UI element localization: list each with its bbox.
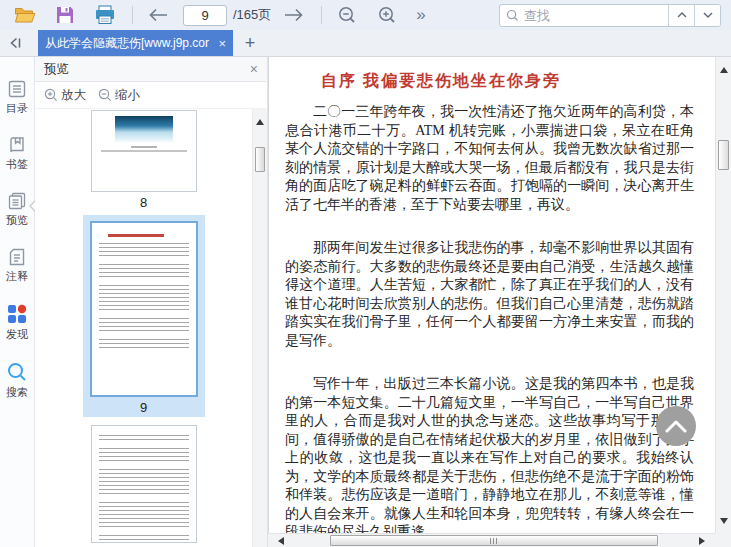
sidebar-item-label: 搜索 (6, 385, 28, 400)
workspace: 目录 书签 预览 (0, 57, 731, 547)
zoom-out-button[interactable] (332, 2, 362, 28)
zoom-out-circle-icon (98, 88, 112, 102)
chevron-up-icon (665, 419, 687, 433)
sidebar-item-search[interactable]: 搜索 (0, 361, 34, 400)
vertical-scrollbar[interactable] (715, 57, 731, 533)
zoom-out-label: 缩小 (115, 87, 140, 104)
tab-close-icon[interactable]: × (218, 36, 226, 51)
sidebar-item-label: 发现 (6, 327, 28, 342)
zoom-in-button[interactable] (372, 2, 402, 28)
print-button[interactable] (90, 2, 120, 28)
pdf-reader-window: /165页 » (0, 0, 731, 547)
scrollbar-corner (715, 533, 731, 547)
zoom-in-circle-icon (44, 88, 58, 102)
sidebar-item-discover[interactable]: 发现 (0, 303, 34, 342)
find-box[interactable] (500, 5, 668, 26)
mini-doc-title (108, 234, 164, 237)
toc-icon (7, 79, 27, 99)
folder-open-icon (14, 5, 36, 25)
back-to-top-button[interactable] (656, 406, 696, 446)
thumbnail-zoom-in-button[interactable]: 放大 (44, 87, 86, 104)
scroll-left-arrow[interactable] (274, 537, 284, 545)
wave-photo-thumbnail (115, 116, 173, 142)
document-tab[interactable]: 从此学会隐藏悲伤[www.j9p.cor × (38, 30, 233, 56)
paragraph: 二〇一三年跨年夜，我一次性清还了拖欠近两年的高利贷，本息合计港币二十万。ATM … (285, 103, 694, 214)
next-page-button[interactable] (279, 2, 309, 28)
printer-icon (94, 5, 116, 25)
preview-close-icon[interactable]: × (250, 62, 258, 76)
search-blue-icon (6, 361, 28, 383)
scrollbar-grip (490, 538, 498, 544)
sidebar-item-label: 目录 (6, 101, 28, 116)
document-page: 自序 我偏要悲伤地坐在你身旁 二〇一三年跨年夜，我一次性清还了拖欠近两年的高利贷… (268, 57, 715, 533)
paragraph: 写作十年，出版过三本长篇小说。这是我的第四本书，也是我的第一本短文集。二十几篇短… (285, 375, 694, 533)
preview-toolbar: 放大 缩小 (35, 82, 267, 108)
find-previous-button[interactable] (668, 5, 694, 26)
page-total-label: /165页 (233, 6, 271, 24)
previous-page-button[interactable] (143, 2, 173, 28)
thumbnail-selected-highlight: 9 (83, 215, 205, 417)
scroll-down-arrow[interactable] (720, 518, 728, 528)
annotation-icon (7, 247, 27, 267)
thumbnail-page-number: 8 (35, 192, 252, 212)
save-floppy-icon (55, 5, 75, 25)
find-input[interactable] (524, 8, 662, 23)
zoom-in-label: 放大 (61, 87, 86, 104)
scrollbar-thumb[interactable] (718, 140, 729, 170)
main-toolbar: /165页 » (0, 0, 731, 30)
new-tab-button[interactable]: + (233, 30, 267, 56)
preview-pages-icon (7, 191, 27, 211)
search-icon (506, 9, 519, 22)
document-title: 自序 我偏要悲伤地坐在你身旁 (321, 71, 694, 92)
sidebar-item-toc[interactable]: 目录 (0, 79, 34, 116)
tab-bar: 从此学会隐藏悲伤[www.j9p.cor × + (0, 30, 731, 57)
sidebar-item-label: 预览 (6, 213, 28, 228)
open-file-button[interactable] (10, 2, 40, 28)
chevron-down-icon (703, 12, 713, 18)
thumbnail-page-10[interactable] (91, 425, 197, 543)
scrollbar-thumb[interactable] (330, 535, 658, 546)
arrow-left-icon (147, 7, 169, 23)
scroll-up-arrow[interactable] (256, 115, 264, 125)
scrollbar-thumb[interactable] (255, 147, 265, 172)
preview-panel-header: 预览 × (35, 57, 267, 82)
thumbnail-page-9[interactable] (90, 221, 198, 397)
zoom-out-icon (337, 5, 357, 25)
preview-panel: 预览 × 放大 缩小 (35, 57, 268, 547)
toolbar-divider (132, 6, 133, 24)
horizontal-scrollbar[interactable] (268, 533, 715, 547)
scroll-up-arrow[interactable] (720, 63, 728, 73)
tab-title: 从此学会隐藏悲伤[www.j9p.cor (45, 35, 213, 52)
bookmark-icon (7, 135, 27, 155)
sidebar-item-preview[interactable]: 预览 (0, 191, 34, 228)
paragraph: 那两年间发生过很多让我悲伤的事，却毫不影响世界以其固有的姿态前行。大多数的悲伤最… (285, 239, 694, 350)
chevron-up-icon (677, 12, 687, 18)
chevron-left-bar-icon (8, 36, 22, 50)
tab-scroll-left-button[interactable] (0, 30, 30, 56)
find-bar (499, 4, 721, 27)
find-next-button[interactable] (694, 5, 720, 26)
sidebar-item-label: 书签 (6, 157, 28, 172)
thumbnail-scrollbar[interactable] (252, 109, 267, 547)
sidebar-item-annotations[interactable]: 注释 (0, 247, 34, 284)
scroll-right-arrow[interactable] (699, 537, 709, 545)
sidebar-item-label: 注释 (6, 269, 28, 284)
save-button[interactable] (50, 2, 80, 28)
thumbnail-page-number: 9 (89, 397, 199, 417)
discover-icon (6, 303, 28, 325)
sidebar-item-bookmarks[interactable]: 书签 (0, 135, 34, 172)
zoom-in-icon (377, 5, 397, 25)
thumbnail-page-8[interactable] (91, 110, 197, 192)
document-view: 自序 我偏要悲伤地坐在你身旁 二〇一三年跨年夜，我一次性清还了拖欠近两年的高利贷… (268, 57, 731, 547)
arrow-right-icon (283, 7, 305, 23)
more-tools-button[interactable]: » (416, 5, 425, 25)
left-icon-sidebar: 目录 书签 预览 (0, 57, 35, 547)
preview-panel-title: 预览 (44, 61, 69, 78)
toolbar-divider (321, 6, 322, 24)
thumbnail-zoom-out-button[interactable]: 缩小 (98, 87, 140, 104)
page-number-input[interactable] (183, 5, 227, 26)
thumbnail-list: 8 9 (35, 108, 267, 547)
